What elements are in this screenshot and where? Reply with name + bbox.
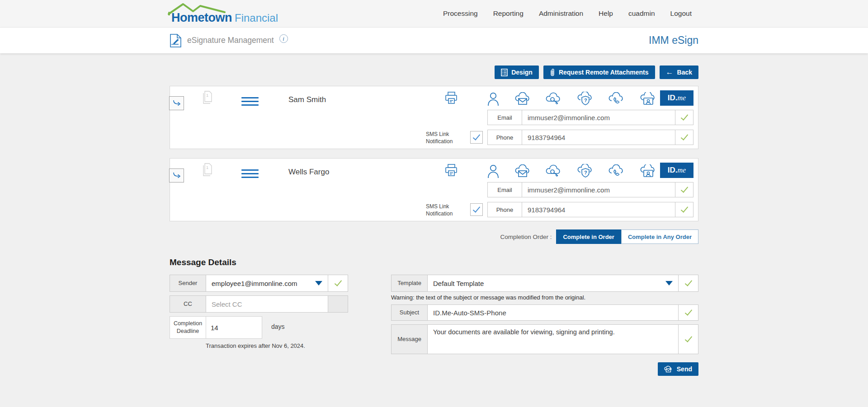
sender-dropdown[interactable]: employee1@immonline.com (206, 275, 328, 291)
message-details-left-column: Sender employee1@immonline.com CC Comple… (170, 275, 348, 376)
nav-item-logout[interactable]: Logout (670, 9, 692, 18)
reorder-handle[interactable] (169, 168, 184, 182)
cloud-email-icon[interactable] (514, 92, 531, 106)
back-button[interactable]: ← Back (660, 65, 698, 79)
sms-link-notification-checkbox[interactable] (470, 203, 483, 216)
nav-item-reporting[interactable]: Reporting (493, 9, 524, 18)
message-textarea[interactable]: Your documents are available for viewing… (428, 325, 678, 354)
svg-text:1: 1 (206, 165, 208, 170)
phone-valid-indicator (675, 130, 693, 145)
nav-item-processing[interactable]: Processing (443, 9, 478, 18)
print-icon[interactable] (444, 91, 458, 105)
phone-field-row: Phone (487, 202, 693, 217)
nav-item-administration[interactable]: Administration (539, 9, 583, 18)
document-count-icon[interactable]: 1 (202, 91, 212, 104)
send-button-label: Send (677, 365, 692, 373)
blue-check-icon (473, 205, 480, 212)
row-menu-icon[interactable] (241, 97, 259, 108)
logo-word-financial: Financial (235, 12, 278, 24)
cloud-access-code-icon[interactable] (546, 164, 562, 178)
in-person-signer-icon[interactable] (487, 164, 499, 178)
cc-indicator-empty (328, 296, 348, 312)
message-valid-indicator (678, 325, 698, 354)
completion-deadline-input[interactable] (206, 317, 249, 338)
phone-input[interactable] (522, 202, 675, 217)
email-field-row: Email (487, 110, 693, 125)
hometown-financial-logo[interactable]: HometownFinancial (170, 0, 301, 28)
svg-text:x: x (171, 43, 172, 46)
recipient-name: Sam Smith (288, 95, 326, 104)
cloud-photo-id-icon[interactable] (640, 164, 656, 178)
idme-button[interactable]: ID.me (660, 163, 693, 178)
print-icon[interactable] (444, 164, 458, 177)
cloud-security-question-icon[interactable]: ? (577, 164, 594, 178)
dropdown-caret-icon[interactable] (315, 281, 322, 285)
idme-label-bold: ID. (668, 94, 678, 103)
cc-field-row: CC (170, 295, 348, 313)
dropdown-caret-icon[interactable] (665, 281, 673, 285)
design-button[interactable]: Design (495, 65, 539, 79)
message-label: Message (392, 325, 428, 354)
green-check-icon (684, 334, 692, 342)
branch-arrow-icon (172, 100, 181, 107)
subject-input[interactable] (433, 309, 673, 317)
template-valid-indicator (678, 275, 698, 291)
sender-valid-indicator (328, 275, 348, 291)
cc-label: CC (170, 296, 206, 312)
phone-input[interactable] (522, 130, 675, 145)
title-bar: x eSignature Management i IMM eSign (0, 28, 868, 53)
send-button[interactable]: Send (658, 362, 698, 376)
action-toolbar: Design Request Remote Attachments ← Back (170, 65, 698, 79)
main-content: Design Request Remote Attachments ← Back… (170, 65, 698, 376)
expiration-note: Transaction expires after Nov 6, 2024. (206, 342, 348, 349)
nav-item-cuadmin[interactable]: cuadmin (628, 9, 655, 18)
cc-input[interactable] (212, 300, 322, 308)
cloud-email-icon[interactable] (514, 164, 531, 178)
cloud-sms-phone-icon[interactable] (609, 164, 625, 178)
paperclip-icon (550, 68, 555, 77)
cloud-photo-id-icon[interactable] (640, 92, 656, 106)
green-check-icon (684, 308, 692, 315)
cloud-access-code-icon[interactable] (546, 92, 562, 106)
complete-in-any-order-button[interactable]: Complete in Any Order (621, 229, 698, 244)
request-remote-attachments-button[interactable]: Request Remote Attachments (543, 65, 655, 79)
template-label: Template (392, 275, 428, 291)
idme-button[interactable]: ID.me (660, 90, 693, 106)
page-title: eSignature Management (187, 36, 274, 45)
in-person-signer-icon[interactable] (487, 92, 499, 106)
sender-field-row: Sender employee1@immonline.com (170, 275, 348, 292)
template-dropdown[interactable]: Default Template (428, 275, 678, 291)
subject-field-row: Subject (391, 304, 698, 321)
back-arrow-icon: ← (666, 68, 674, 77)
completion-deadline-label: Completion Deadline (170, 317, 206, 338)
design-document-icon (501, 69, 508, 76)
email-input[interactable] (522, 110, 675, 125)
sms-link-notification-label: SMS Link Notification (426, 203, 465, 217)
svg-text:?: ? (584, 170, 587, 175)
green-check-icon (680, 132, 688, 140)
row-menu-icon[interactable] (241, 169, 259, 180)
cloud-security-question-icon[interactable]: ? (577, 92, 594, 106)
authentication-options: ? (487, 163, 656, 180)
cloud-sms-phone-icon[interactable] (609, 92, 625, 106)
logo-text: HometownFinancial (171, 11, 278, 25)
email-label: Email (488, 182, 522, 197)
svg-text:?: ? (584, 98, 587, 103)
completion-order-label: Completion Order : (500, 234, 552, 240)
phone-label: Phone (488, 202, 522, 217)
blue-check-icon (473, 132, 480, 140)
sms-link-notification-checkbox[interactable] (470, 131, 483, 144)
completion-order-row: Completion Order : Complete in Order Com… (170, 229, 698, 244)
document-count-icon[interactable]: 1 (202, 163, 212, 177)
reorder-handle[interactable] (169, 96, 184, 110)
sender-label: Sender (170, 275, 206, 291)
complete-in-order-button[interactable]: Complete in Order (556, 229, 621, 244)
sms-link-notification-label: SMS Link Notification (426, 131, 465, 145)
info-icon[interactable]: i (279, 34, 288, 43)
phone-field-row: Phone (487, 130, 693, 145)
green-check-icon (334, 278, 341, 286)
idme-label-italic: me (678, 166, 686, 174)
sender-selected-value: employee1@immonline.com (212, 280, 297, 287)
email-input[interactable] (522, 182, 675, 197)
nav-item-help[interactable]: Help (599, 9, 613, 18)
